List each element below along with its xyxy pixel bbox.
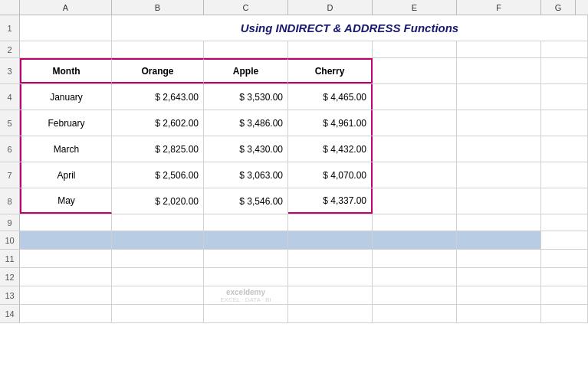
cell-c4[interactable]: $ 2,643.00: [112, 84, 204, 110]
cell-d5[interactable]: $ 3,486.00: [204, 110, 288, 136]
cell-b1[interactable]: [20, 15, 112, 41]
cell-b14[interactable]: [20, 305, 112, 322]
cell-c8[interactable]: $ 2,020.00: [112, 188, 204, 214]
cell-g13[interactable]: [457, 286, 541, 304]
cell-b6[interactable]: March: [20, 136, 112, 162]
cell-f14[interactable]: [373, 305, 457, 322]
cell-c3[interactable]: Orange: [112, 58, 204, 83]
cell-h3[interactable]: [541, 58, 588, 83]
cell-b12[interactable]: [20, 268, 112, 286]
cell-c12[interactable]: [112, 268, 204, 286]
cell-h4[interactable]: [541, 84, 588, 110]
cell-f10[interactable]: [373, 231, 457, 249]
cell-e8[interactable]: $ 4,337.00: [288, 188, 373, 214]
cell-c2[interactable]: [112, 41, 204, 57]
cell-e12[interactable]: [288, 268, 373, 286]
cell-g14[interactable]: [457, 305, 541, 322]
cell-e11[interactable]: [288, 250, 373, 267]
cell-b2[interactable]: [20, 41, 112, 57]
cell-f5[interactable]: [373, 110, 457, 136]
title-cell: Using INDIRECT & ADDRESS Functions: [112, 15, 588, 41]
cell-h12[interactable]: [541, 268, 588, 286]
cell-b8[interactable]: May: [20, 188, 112, 214]
cell-h2[interactable]: [541, 41, 588, 57]
cell-b10[interactable]: [20, 231, 112, 249]
cell-h11[interactable]: [541, 250, 588, 267]
cell-b7[interactable]: April: [20, 162, 112, 188]
cell-b13[interactable]: [20, 286, 112, 304]
cell-h8[interactable]: [541, 188, 588, 214]
cell-e5[interactable]: $ 4,961.00: [288, 110, 373, 136]
cell-g10[interactable]: [457, 231, 541, 249]
row-5: 5 February $ 2,602.00 $ 3,486.00 $ 4,961…: [0, 110, 588, 136]
cell-g7[interactable]: [457, 162, 541, 188]
cell-d10[interactable]: [204, 231, 288, 249]
col-header-d: D: [288, 0, 373, 15]
cell-f4[interactable]: [373, 84, 457, 110]
cell-g11[interactable]: [457, 250, 541, 267]
cell-c13[interactable]: [112, 286, 204, 304]
spreadsheet: A B C D E F G 1 Using INDIRECT & ADDRESS…: [0, 0, 588, 386]
cell-g5[interactable]: [457, 110, 541, 136]
cell-c11[interactable]: [112, 250, 204, 267]
cell-b4[interactable]: January: [20, 84, 112, 110]
cell-f8[interactable]: [373, 188, 457, 214]
row-9: 9: [0, 214, 588, 231]
cell-e9[interactable]: [288, 214, 373, 231]
cell-f3[interactable]: [373, 58, 457, 83]
cell-d6[interactable]: $ 3,430.00: [204, 136, 288, 162]
cell-c7[interactable]: $ 2,506.00: [112, 162, 204, 188]
cell-g3[interactable]: [457, 58, 541, 83]
cell-f11[interactable]: [373, 250, 457, 267]
cell-d7[interactable]: $ 3,063.00: [204, 162, 288, 188]
cell-h10[interactable]: [541, 231, 588, 249]
cell-d11[interactable]: [204, 250, 288, 267]
cell-e13[interactable]: [288, 286, 373, 304]
cell-b3[interactable]: Month: [20, 58, 112, 83]
cell-e2[interactable]: [288, 41, 373, 57]
cell-g9[interactable]: [457, 214, 541, 231]
cell-b5[interactable]: February: [20, 110, 112, 136]
cell-e4[interactable]: $ 4,465.00: [288, 84, 373, 110]
cell-h7[interactable]: [541, 162, 588, 188]
cell-h14[interactable]: [541, 305, 588, 322]
row-7: 7 April $ 2,506.00 $ 3,063.00 $ 4,070.00: [0, 162, 588, 188]
cell-f13[interactable]: [373, 286, 457, 304]
cell-d2[interactable]: [204, 41, 288, 57]
cell-h9[interactable]: [541, 214, 588, 231]
cell-c5[interactable]: $ 2,602.00: [112, 110, 204, 136]
cell-e3[interactable]: Cherry: [288, 58, 373, 83]
cell-d14[interactable]: [204, 305, 288, 322]
cell-g6[interactable]: [457, 136, 541, 162]
row-num-7: 7: [0, 162, 20, 188]
cell-g4[interactable]: [457, 84, 541, 110]
row-num-12: 12: [0, 268, 20, 286]
cell-e10[interactable]: [288, 231, 373, 249]
cell-c14[interactable]: [112, 305, 204, 322]
cell-d9[interactable]: [204, 214, 288, 231]
cell-g2[interactable]: [457, 41, 541, 57]
cell-d8[interactable]: $ 3,546.00: [204, 188, 288, 214]
cell-d4[interactable]: $ 3,530.00: [204, 84, 288, 110]
cell-h6[interactable]: [541, 136, 588, 162]
cell-h13[interactable]: [541, 286, 588, 304]
cell-d12[interactable]: [204, 268, 288, 286]
cell-f7[interactable]: [373, 162, 457, 188]
cell-b11[interactable]: [20, 250, 112, 267]
cell-g8[interactable]: [457, 188, 541, 214]
cell-c10[interactable]: [112, 231, 204, 249]
cell-d13[interactable]: exceldemy EXCEL · DATA · BI: [204, 286, 288, 304]
cell-f2[interactable]: [373, 41, 457, 57]
cell-f6[interactable]: [373, 136, 457, 162]
cell-e14[interactable]: [288, 305, 373, 322]
cell-d3[interactable]: Apple: [204, 58, 288, 83]
cell-g12[interactable]: [457, 268, 541, 286]
cell-h5[interactable]: [541, 110, 588, 136]
cell-c6[interactable]: $ 2,825.00: [112, 136, 204, 162]
cell-c9[interactable]: [112, 214, 204, 231]
cell-f12[interactable]: [373, 268, 457, 286]
cell-e6[interactable]: $ 4,432.00: [288, 136, 373, 162]
cell-e7[interactable]: $ 4,070.00: [288, 162, 373, 188]
cell-f9[interactable]: [373, 214, 457, 231]
cell-b9[interactable]: [20, 214, 112, 231]
